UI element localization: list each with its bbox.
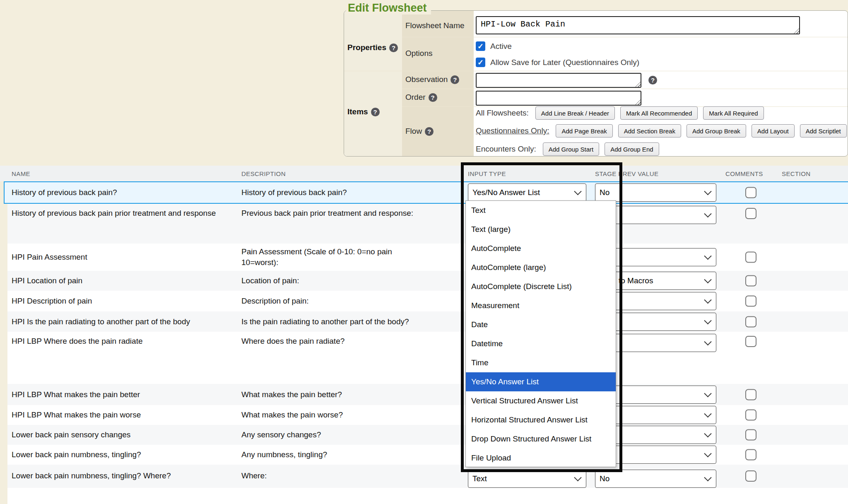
table-row[interactable]: HPI Pain Assessment Pain Assessment (Sca…: [7, 244, 848, 271]
edit-flowsheet-screen: Edit Flowsheet Properties ? Items ? Flow…: [0, 0, 848, 504]
comments-checkbox[interactable]: [745, 389, 756, 400]
flow-label: Flow ?: [405, 127, 434, 136]
dropdown-option[interactable]: AutoComplete (large): [466, 258, 616, 277]
row-name: HPI Description of pain: [12, 296, 223, 306]
flowsheet-name-label: Flowsheet Name: [405, 21, 465, 30]
dropdown-option[interactable]: AutoComplete: [466, 239, 616, 258]
row-name: History of previous back pain?: [12, 187, 223, 198]
order-label: Order ?: [405, 93, 437, 102]
observation-label: Observation ?: [405, 75, 459, 84]
table-header: NAME DESCRIPTION INPUT TYPE STAGE PREV V…: [0, 166, 848, 181]
comments-checkbox[interactable]: [745, 316, 756, 327]
comments-checkbox[interactable]: [745, 429, 756, 441]
table-row[interactable]: HPI Is the pain radiating to another par…: [7, 311, 848, 332]
items-section-label: Items ?: [347, 107, 380, 116]
stage-prev-select[interactable]: No: [595, 470, 716, 488]
row-description: Description of pain:: [241, 296, 448, 306]
checked-checkbox-icon[interactable]: ✓: [476, 41, 485, 51]
help-icon[interactable]: ?: [371, 108, 380, 116]
dropdown-option[interactable]: File Upload: [466, 449, 616, 468]
row-description: Where:: [241, 470, 448, 481]
comments-checkbox[interactable]: [745, 252, 756, 263]
add-layout-button[interactable]: Add Layout: [752, 124, 795, 137]
row-description: Is the pain radiating to another part of…: [241, 316, 448, 327]
add-scriptlet-button[interactable]: Add Scriptlet: [800, 124, 847, 137]
row-name: HPI Pain Assessment: [12, 252, 223, 263]
table-row[interactable]: Lower back pain numbness, tingling? Any …: [7, 445, 848, 465]
row-divider: [402, 89, 848, 89]
table-row[interactable]: HPI LBP Where does the pain radiate Wher…: [7, 332, 848, 384]
row-description: What makes the pain worse?: [241, 410, 448, 420]
comments-checkbox[interactable]: [745, 208, 756, 219]
section-divider: [344, 71, 848, 71]
dropdown-option[interactable]: Datetime: [466, 334, 616, 353]
flowsheet-name-input[interactable]: HPI-Low Back Pain: [476, 16, 800, 34]
input-type-dropdown-list: Text Text (large) AutoComplete AutoCompl…: [465, 200, 616, 467]
chevron-down-icon: [704, 430, 711, 437]
chevron-down-icon: [704, 210, 711, 217]
add-line-break-header-button[interactable]: Add Line Break / Header: [535, 106, 615, 120]
page-title: Edit Flowsheet: [346, 2, 431, 14]
chevron-down-icon: [704, 338, 711, 345]
all-flowsheets-label: All Flowsheets:: [476, 109, 529, 118]
chevron-down-icon: [704, 316, 711, 324]
dropdown-option[interactable]: Time: [466, 353, 616, 372]
table-row[interactable]: History of previous back pain prior trea…: [7, 204, 848, 244]
table-row[interactable]: HPI LBP What makes the pain worse What m…: [7, 405, 848, 425]
comments-checkbox[interactable]: [745, 336, 756, 347]
dropdown-option[interactable]: Horizontal Structured Answer List: [466, 410, 616, 429]
comments-checkbox[interactable]: [745, 187, 756, 198]
dropdown-option[interactable]: AutoComplete (Discrete List): [466, 277, 616, 296]
observation-input[interactable]: [476, 73, 641, 88]
row-description: Where does the pain radiate?: [241, 336, 448, 347]
help-icon[interactable]: ?: [429, 93, 437, 102]
comments-checkbox[interactable]: [745, 410, 756, 421]
input-type-select[interactable]: Text: [468, 470, 586, 488]
row-description: Location of pain:: [241, 275, 448, 286]
dropdown-option[interactable]: Drop Down Structured Answer List: [466, 429, 616, 449]
help-icon[interactable]: ?: [450, 75, 459, 84]
comments-checkbox[interactable]: [745, 449, 756, 461]
mark-all-required-button[interactable]: Mark All Required: [703, 106, 764, 120]
order-input[interactable]: [476, 91, 641, 106]
add-section-break-button[interactable]: Add Section Break: [618, 124, 681, 137]
comments-checkbox[interactable]: [745, 296, 756, 307]
row-description: Previous back pain prior treatment and r…: [241, 208, 448, 219]
comments-checkbox[interactable]: [745, 470, 756, 482]
table-row[interactable]: HPI Description of pain Description of p…: [7, 291, 848, 311]
row-name: Lower back pain sensory changes: [12, 429, 223, 440]
dropdown-option[interactable]: Vertical Structured Answer List: [466, 391, 616, 410]
section-label-column: [344, 11, 402, 157]
help-icon[interactable]: ?: [648, 76, 657, 84]
row-name: Lower back pain numbness, tingling?: [12, 449, 223, 460]
table-row[interactable]: Lower back pain numbness, tingling? Wher…: [7, 465, 848, 488]
stage-prev-select[interactable]: No: [595, 183, 716, 202]
add-group-start-button[interactable]: Add Group Start: [543, 142, 599, 156]
input-type-select[interactable]: Yes/No Answer List: [468, 183, 586, 202]
add-page-break-button[interactable]: Add Page Break: [556, 124, 612, 137]
help-icon[interactable]: ?: [425, 127, 434, 136]
dropdown-option[interactable]: Date: [466, 315, 616, 334]
help-icon[interactable]: ?: [389, 43, 398, 52]
options-label: Options: [405, 49, 432, 58]
chevron-down-icon: [704, 252, 711, 260]
chevron-down-icon: [704, 450, 711, 457]
table-row[interactable]: Lower back pain sensory changes Any sens…: [7, 425, 848, 445]
dropdown-option[interactable]: Text: [466, 201, 616, 220]
row-divider: [402, 37, 848, 37]
comments-checkbox[interactable]: [745, 275, 756, 287]
header-input-type: INPUT TYPE: [468, 170, 506, 177]
dropdown-option[interactable]: Measurement: [466, 296, 616, 315]
dropdown-option-selected[interactable]: Yes/No Answer List: [466, 372, 616, 391]
chevron-down-icon: [704, 474, 711, 481]
add-group-end-button[interactable]: Add Group End: [605, 142, 659, 156]
table-row[interactable]: HPI Location of pain Location of pain: t…: [7, 271, 848, 291]
flow-encounters-group: Encounters Only: Add Group Start Add Gro…: [476, 142, 659, 156]
add-group-break-button[interactable]: Add Group Break: [687, 124, 746, 137]
dropdown-option[interactable]: Text (large): [466, 220, 616, 239]
table-row[interactable]: HPI LBP What makes the pain better What …: [7, 384, 848, 405]
flow-all-flowsheets-group: All Flowsheets: Add Line Break / Header …: [476, 106, 764, 120]
checked-checkbox-icon[interactable]: ✓: [476, 58, 485, 67]
table-row[interactable]: History of previous back pain? History o…: [7, 181, 848, 204]
mark-all-recommended-button[interactable]: Mark All Recommended: [620, 106, 698, 120]
